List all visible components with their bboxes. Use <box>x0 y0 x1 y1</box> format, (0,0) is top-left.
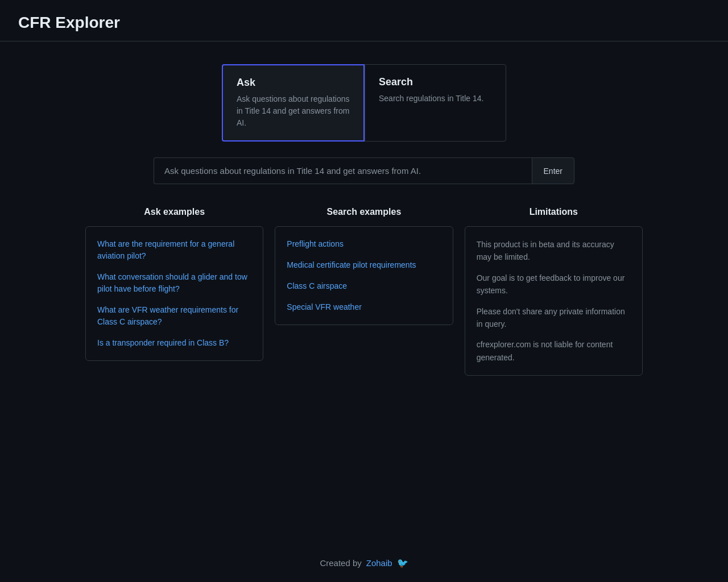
app-title: CFR Explorer <box>18 14 710 32</box>
tab-search-description: Search regulations in Title 14. <box>379 93 492 105</box>
ask-example-link-1[interactable]: What conversation should a glider and to… <box>97 271 251 295</box>
limitation-item-3: cfrexplorer.com is not liable for conten… <box>477 338 631 364</box>
search-examples-title: Search examples <box>275 207 453 217</box>
ask-example-link-2[interactable]: What are VFR weather requirements for Cl… <box>97 304 251 328</box>
twitter-icon: 🐦 <box>397 558 408 568</box>
tab-ask[interactable]: Ask Ask questions about regulations in T… <box>222 64 365 142</box>
limitation-item-0: This product is in beta and its accuracy… <box>477 238 631 264</box>
enter-button[interactable]: Enter <box>532 157 574 184</box>
tab-container: Ask Ask questions about regulations in T… <box>222 64 506 142</box>
ask-example-link-3[interactable]: Is a transponder required in Class B? <box>97 337 251 349</box>
tab-ask-description: Ask questions about regulations in Title… <box>237 93 350 129</box>
limitations-title: Limitations <box>465 207 643 217</box>
author-link[interactable]: Zohaib <box>366 558 392 568</box>
limitations-column: Limitations This product is in beta and … <box>465 207 643 376</box>
ask-example-link-0[interactable]: What are the requirement for a general a… <box>97 238 251 262</box>
ask-examples-column: Ask examples What are the requirement fo… <box>85 207 263 376</box>
ask-examples-title: Ask examples <box>85 207 263 217</box>
search-example-link-0[interactable]: Preflight actions <box>287 238 441 250</box>
search-example-link-1[interactable]: Medical certificate pilot requirements <box>287 259 441 271</box>
header: CFR Explorer <box>0 0 728 41</box>
search-examples-box: Preflight actions Medical certificate pi… <box>275 226 453 325</box>
tab-ask-title: Ask <box>237 77 350 89</box>
tab-search[interactable]: Search Search regulations in Title 14. <box>365 64 506 142</box>
created-by-label: Created by <box>320 558 361 568</box>
footer: Created by Zohaib 🐦 <box>320 558 408 568</box>
search-example-link-3[interactable]: Special VFR weather <box>287 301 441 313</box>
main-content: Ask Ask questions about regulations in T… <box>0 41 728 582</box>
search-bar-container: Enter <box>154 157 574 184</box>
limitations-box: This product is in beta and its accuracy… <box>465 226 643 376</box>
search-input[interactable] <box>154 157 532 184</box>
limitation-item-1: Our goal is to get feedback to improve o… <box>477 272 631 297</box>
limitation-item-2: Please don't share any private informati… <box>477 305 631 331</box>
search-example-link-2[interactable]: Class C airspace <box>287 280 441 292</box>
columns-container: Ask examples What are the requirement fo… <box>85 207 643 376</box>
tab-search-title: Search <box>379 76 492 88</box>
ask-examples-box: What are the requirement for a general a… <box>85 226 263 361</box>
search-examples-column: Search examples Preflight actions Medica… <box>275 207 453 376</box>
